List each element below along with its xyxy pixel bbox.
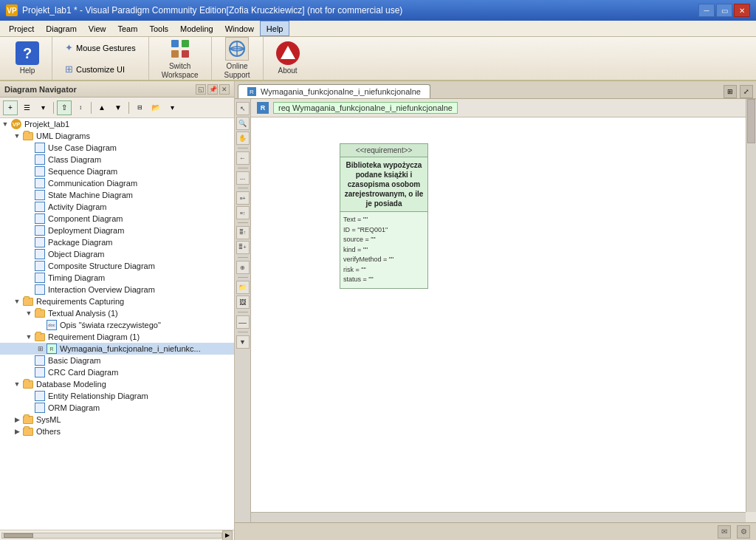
expand-class[interactable]	[24, 154, 34, 165]
customize-ui-button[interactable]: ⊞ Customize UI	[58, 60, 131, 78]
tree-item-basic[interactable]: Basic Diagram	[0, 355, 234, 366]
tree-item-textual[interactable]: ▼Textual Analysis (1)	[0, 307, 234, 319]
tree-item-activity[interactable]: Activity Diagram	[0, 201, 234, 213]
expand-usecase[interactable]	[24, 143, 34, 153]
minimize-button[interactable]: ─	[698, 4, 715, 17]
tree-item-entity[interactable]: Entity Relationship Diagram	[0, 390, 234, 402]
strip-select-btn[interactable]: ↖	[236, 102, 250, 115]
strip-link-btn[interactable]: ⊕	[236, 261, 250, 274]
menu-team[interactable]: Team	[111, 21, 143, 36]
expand-interaction[interactable]	[24, 284, 34, 295]
expand-textual[interactable]: ▼	[24, 308, 34, 318]
expand-opis[interactable]	[35, 320, 46, 330]
strip-dashed-btn[interactable]: ---	[236, 171, 250, 185]
nav-collapse-button[interactable]: ⊟	[132, 100, 147, 115]
online-support-button[interactable]: Online Support	[218, 33, 257, 83]
expand-entity[interactable]	[24, 391, 34, 401]
expand-component[interactable]	[24, 213, 34, 224]
tree-item-statemachine[interactable]: State Machine Diagram	[0, 189, 234, 201]
expand-package[interactable]	[24, 237, 34, 247]
tree-item-communication[interactable]: Communication Diagram	[0, 177, 234, 189]
expand-reqs[interactable]: ▼	[12, 296, 22, 307]
expand-uml[interactable]: ▼	[12, 131, 22, 141]
tree-container[interactable]: ▼VPProjekt_lab1▼UML DiagramsUse Case Dia…	[0, 118, 234, 530]
tree-item-composite[interactable]: Composite Structure Diagram	[0, 260, 234, 272]
expand-reqdiag[interactable]: ▼	[24, 332, 34, 342]
strip-img-btn[interactable]: 🖼	[236, 295, 250, 309]
close-panel-button[interactable]: ✕	[219, 84, 230, 95]
expand-root[interactable]: ▼	[0, 119, 10, 129]
tree-item-uml[interactable]: ▼UML Diagrams	[0, 130, 234, 142]
nav-sort-button[interactable]: ↕	[73, 100, 88, 115]
maximize-button[interactable]: ▭	[716, 4, 732, 17]
status-settings-icon[interactable]: ⚙	[737, 525, 750, 539]
strip-hand-btn[interactable]: ✋	[236, 131, 250, 145]
strip-text2-btn[interactable]: ≡↑	[236, 206, 250, 219]
tree-item-reqdiag[interactable]: ▼Requirement Diagram (1)	[0, 331, 234, 343]
nav-dropdown-button[interactable]: ▾	[35, 100, 50, 115]
nav-up-button[interactable]: ▲	[94, 100, 109, 115]
strip-zoom-btn[interactable]: 🔍	[236, 117, 250, 130]
expand-activity[interactable]	[24, 202, 34, 212]
tree-item-package[interactable]: Package Diagram	[0, 236, 234, 248]
about-button[interactable]: About	[269, 38, 306, 79]
tree-item-timing[interactable]: Timing Diagram	[0, 272, 234, 284]
expand-crc[interactable]	[24, 367, 34, 377]
tree-item-wymagania[interactable]: ⊞RWymagania_funkcjonalne_i_niefunkc...	[0, 343, 234, 355]
expand-sequence[interactable]	[24, 166, 34, 177]
expand-wymagania[interactable]: ⊞	[35, 344, 46, 354]
tree-scrollbar[interactable]: ▶	[0, 530, 234, 540]
expand-object[interactable]	[24, 249, 34, 259]
tree-item-class[interactable]: Class Diagram	[0, 154, 234, 165]
close-button[interactable]: ✕	[734, 4, 750, 17]
menu-view[interactable]: View	[83, 21, 112, 36]
expand-communication[interactable]	[24, 178, 34, 188]
tree-item-component[interactable]: Component Diagram	[0, 213, 234, 225]
expand-statemachine[interactable]	[24, 190, 34, 200]
nav-down-button[interactable]: ▼	[111, 100, 126, 115]
expand-orm[interactable]	[24, 403, 34, 413]
right-scrollbar[interactable]	[746, 99, 756, 512]
tree-item-sysml[interactable]: ▶SysML	[0, 414, 234, 425]
canvas-content[interactable]: R req Wymagania_funkcjonalne_i_niefunkcj…	[251, 99, 746, 512]
bottom-scrollbar[interactable]	[251, 512, 746, 522]
status-email-icon[interactable]: ✉	[718, 525, 731, 539]
switch-workspace-button[interactable]: Switch Workspace	[155, 33, 205, 83]
nav-new-button[interactable]: +	[3, 100, 18, 115]
nav-dropdown2-button[interactable]: ▾	[165, 100, 179, 115]
tree-item-interaction[interactable]: Interaction Overview Diagram	[0, 284, 234, 295]
strip-req-btn[interactable]: ≣↑	[236, 226, 250, 239]
expand-composite[interactable]	[24, 261, 34, 271]
tree-item-sequence[interactable]: Sequence Diagram	[0, 165, 234, 177]
tab-maximize-button[interactable]: ⤢	[740, 85, 753, 98]
nav-export-button[interactable]: ⇧	[57, 100, 72, 115]
tree-item-root[interactable]: ▼VPProjekt_lab1	[0, 118, 234, 130]
tree-item-orm[interactable]: ORM Diagram	[0, 402, 234, 414]
tree-item-deployment[interactable]: Deployment Diagram	[0, 225, 234, 236]
help-button[interactable]: ? Help	[9, 38, 46, 79]
tree-item-crc[interactable]: CRC Card Diagram	[0, 366, 234, 378]
strip-format-btn[interactable]: ≣+	[236, 241, 250, 254]
strip-minus-btn[interactable]: —	[236, 315, 250, 329]
tab-tile-button[interactable]: ⊞	[724, 85, 737, 98]
tree-item-object[interactable]: Object Diagram	[0, 248, 234, 260]
strip-down-btn[interactable]: ▼	[236, 335, 250, 349]
tree-item-usecase[interactable]: Use Case Diagram	[0, 142, 234, 154]
scroll-thumb[interactable]	[747, 99, 755, 143]
mouse-gestures-button[interactable]: ✦ Mouse Gestures	[58, 38, 142, 57]
requirement-box[interactable]: <<requirement>> Biblioteka wypożycza pod…	[340, 143, 428, 289]
menu-diagram[interactable]: Diagram	[40, 21, 83, 36]
expand-sysml[interactable]: ▶	[12, 414, 22, 425]
menu-project[interactable]: Project	[3, 21, 40, 36]
menu-help[interactable]: Help	[260, 21, 290, 36]
expand-basic[interactable]	[24, 355, 34, 366]
expand-deployment[interactable]	[24, 225, 34, 236]
diagram-tab[interactable]: R Wymagania_funkcjonalne_i_niefunkcjonal…	[238, 84, 430, 98]
nav-open-button[interactable]: 📂	[148, 100, 163, 115]
expand-database[interactable]: ▼	[12, 379, 22, 389]
pin-button[interactable]: 📌	[207, 84, 218, 95]
tree-item-database[interactable]: ▼Database Modeling	[0, 378, 234, 390]
expand-timing[interactable]	[24, 273, 34, 283]
expand-others[interactable]: ▶	[12, 426, 22, 437]
nav-list-button[interactable]: ☰	[19, 100, 34, 115]
